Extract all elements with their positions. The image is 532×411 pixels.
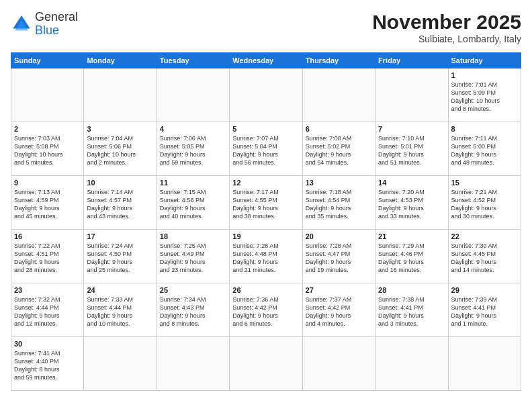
day-number: 10 <box>87 179 153 187</box>
day-info: Sunrise: 7:10 AM Sunset: 5:01 PM Dayligh… <box>378 134 445 167</box>
calendar-cell: 25Sunrise: 7:34 AM Sunset: 4:43 PM Dayli… <box>157 283 229 337</box>
day-number: 4 <box>160 125 226 133</box>
day-number: 18 <box>160 232 226 240</box>
day-info: Sunrise: 7:17 AM Sunset: 4:55 PM Dayligh… <box>232 188 299 221</box>
day-info: Sunrise: 7:33 AM Sunset: 4:44 PM Dayligh… <box>87 295 153 328</box>
calendar-cell: 24Sunrise: 7:33 AM Sunset: 4:44 PM Dayli… <box>84 283 157 337</box>
day-number: 3 <box>87 125 153 133</box>
day-number: 16 <box>14 232 81 240</box>
calendar-cell: 12Sunrise: 7:17 AM Sunset: 4:55 PM Dayli… <box>230 176 302 230</box>
day-number: 2 <box>14 125 81 133</box>
calendar-cell: 20Sunrise: 7:28 AM Sunset: 4:47 PM Dayli… <box>302 230 375 283</box>
weekday-header: Tuesday <box>157 53 229 68</box>
day-number: 6 <box>306 125 372 133</box>
calendar-cell <box>375 337 448 391</box>
calendar-cell: 2Sunrise: 7:03 AM Sunset: 5:08 PM Daylig… <box>11 122 84 176</box>
day-number: 7 <box>378 125 445 133</box>
logo-icon <box>11 13 32 35</box>
day-number: 20 <box>306 232 372 240</box>
calendar-cell <box>157 68 229 122</box>
calendar-cell: 21Sunrise: 7:29 AM Sunset: 4:46 PM Dayli… <box>375 230 448 283</box>
day-number: 24 <box>87 286 153 294</box>
calendar-table: SundayMondayTuesdayWednesdayThursdayFrid… <box>11 52 521 391</box>
calendar-cell: 28Sunrise: 7:38 AM Sunset: 4:41 PM Dayli… <box>375 283 448 337</box>
weekday-header: Friday <box>375 53 448 68</box>
weekday-header: Thursday <box>302 53 375 68</box>
day-number: 21 <box>378 232 445 240</box>
day-info: Sunrise: 7:15 AM Sunset: 4:56 PM Dayligh… <box>160 188 226 221</box>
day-number: 11 <box>160 179 226 187</box>
day-info: Sunrise: 7:30 AM Sunset: 4:45 PM Dayligh… <box>451 242 518 275</box>
weekday-header: Sunday <box>11 53 84 68</box>
day-number: 15 <box>451 179 518 187</box>
month-title: November 2025 <box>372 11 521 34</box>
calendar-cell: 10Sunrise: 7:14 AM Sunset: 4:57 PM Dayli… <box>84 176 157 230</box>
day-info: Sunrise: 7:24 AM Sunset: 4:50 PM Dayligh… <box>87 242 153 275</box>
day-number: 25 <box>160 286 226 294</box>
day-info: Sunrise: 7:36 AM Sunset: 4:42 PM Dayligh… <box>232 295 299 328</box>
calendar-cell: 13Sunrise: 7:18 AM Sunset: 4:54 PM Dayli… <box>302 176 375 230</box>
day-number: 12 <box>232 179 299 187</box>
day-info: Sunrise: 7:32 AM Sunset: 4:44 PM Dayligh… <box>14 295 81 328</box>
calendar-cell: 15Sunrise: 7:21 AM Sunset: 4:52 PM Dayli… <box>448 176 521 230</box>
day-number: 1 <box>451 71 518 79</box>
calendar-cell: 7Sunrise: 7:10 AM Sunset: 5:01 PM Daylig… <box>375 122 448 176</box>
day-number: 5 <box>232 125 299 133</box>
calendar-week-row: 9Sunrise: 7:13 AM Sunset: 4:59 PM Daylig… <box>11 176 521 230</box>
logo-text: GeneralBlue <box>35 11 78 38</box>
day-info: Sunrise: 7:34 AM Sunset: 4:43 PM Dayligh… <box>160 295 226 328</box>
calendar-cell <box>375 68 448 122</box>
calendar-cell <box>84 337 157 391</box>
calendar-week-row: 2Sunrise: 7:03 AM Sunset: 5:08 PM Daylig… <box>11 122 521 176</box>
day-info: Sunrise: 7:18 AM Sunset: 4:54 PM Dayligh… <box>306 188 372 221</box>
day-info: Sunrise: 7:39 AM Sunset: 4:41 PM Dayligh… <box>451 295 518 328</box>
day-info: Sunrise: 7:04 AM Sunset: 5:06 PM Dayligh… <box>87 134 153 167</box>
location-subtitle: Sulbiate, Lombardy, Italy <box>372 34 521 44</box>
calendar-cell: 30Sunrise: 7:41 AM Sunset: 4:40 PM Dayli… <box>11 337 84 391</box>
calendar-cell: 19Sunrise: 7:26 AM Sunset: 4:48 PM Dayli… <box>230 230 302 283</box>
day-number: 13 <box>306 179 372 187</box>
calendar-cell <box>448 337 521 391</box>
calendar-cell <box>11 68 84 122</box>
day-number: 9 <box>14 179 81 187</box>
calendar-week-row: 16Sunrise: 7:22 AM Sunset: 4:51 PM Dayli… <box>11 230 521 283</box>
title-block: November 2025 Sulbiate, Lombardy, Italy <box>372 11 521 44</box>
calendar-cell: 23Sunrise: 7:32 AM Sunset: 4:44 PM Dayli… <box>11 283 84 337</box>
calendar-cell: 17Sunrise: 7:24 AM Sunset: 4:50 PM Dayli… <box>84 230 157 283</box>
day-info: Sunrise: 7:08 AM Sunset: 5:02 PM Dayligh… <box>306 134 372 167</box>
calendar-cell: 1Sunrise: 7:01 AM Sunset: 5:09 PM Daylig… <box>448 68 521 122</box>
day-info: Sunrise: 7:28 AM Sunset: 4:47 PM Dayligh… <box>306 242 372 275</box>
calendar-header: SundayMondayTuesdayWednesdayThursdayFrid… <box>11 53 521 68</box>
day-info: Sunrise: 7:13 AM Sunset: 4:59 PM Dayligh… <box>14 188 81 221</box>
day-number: 14 <box>378 179 445 187</box>
calendar-week-row: 23Sunrise: 7:32 AM Sunset: 4:44 PM Dayli… <box>11 283 521 337</box>
day-number: 27 <box>306 286 372 294</box>
calendar-cell: 18Sunrise: 7:25 AM Sunset: 4:49 PM Dayli… <box>157 230 229 283</box>
day-info: Sunrise: 7:06 AM Sunset: 5:05 PM Dayligh… <box>160 134 226 167</box>
day-number: 17 <box>87 232 153 240</box>
logo: GeneralBlue <box>11 11 78 38</box>
day-number: 26 <box>232 286 299 294</box>
weekday-header: Wednesday <box>230 53 302 68</box>
weekday-header: Monday <box>84 53 157 68</box>
calendar-cell: 11Sunrise: 7:15 AM Sunset: 4:56 PM Dayli… <box>157 176 229 230</box>
day-number: 23 <box>14 286 81 294</box>
calendar-cell <box>230 68 302 122</box>
day-info: Sunrise: 7:37 AM Sunset: 4:42 PM Dayligh… <box>306 295 372 328</box>
calendar-cell: 16Sunrise: 7:22 AM Sunset: 4:51 PM Dayli… <box>11 230 84 283</box>
calendar-cell <box>230 337 302 391</box>
calendar-cell: 22Sunrise: 7:30 AM Sunset: 4:45 PM Dayli… <box>448 230 521 283</box>
calendar-cell: 5Sunrise: 7:07 AM Sunset: 5:04 PM Daylig… <box>230 122 302 176</box>
calendar-cell: 29Sunrise: 7:39 AM Sunset: 4:41 PM Dayli… <box>448 283 521 337</box>
day-number: 22 <box>451 232 518 240</box>
day-info: Sunrise: 7:07 AM Sunset: 5:04 PM Dayligh… <box>232 134 299 167</box>
day-info: Sunrise: 7:14 AM Sunset: 4:57 PM Dayligh… <box>87 188 153 221</box>
day-info: Sunrise: 7:03 AM Sunset: 5:08 PM Dayligh… <box>14 134 81 167</box>
day-number: 29 <box>451 286 518 294</box>
day-info: Sunrise: 7:41 AM Sunset: 4:40 PM Dayligh… <box>14 349 81 382</box>
calendar-cell <box>157 337 229 391</box>
weekday-header: Saturday <box>448 53 521 68</box>
day-info: Sunrise: 7:11 AM Sunset: 5:00 PM Dayligh… <box>451 134 518 167</box>
calendar-cell: 26Sunrise: 7:36 AM Sunset: 4:42 PM Dayli… <box>230 283 302 337</box>
page-header: GeneralBlue November 2025 Sulbiate, Lomb… <box>11 11 521 44</box>
